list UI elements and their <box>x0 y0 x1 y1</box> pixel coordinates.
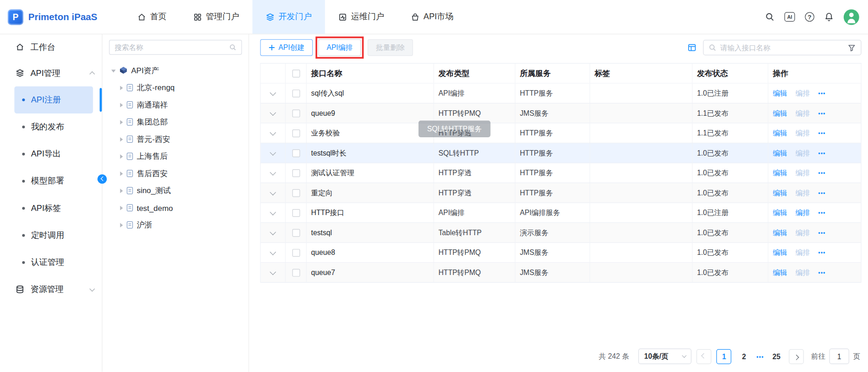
caret-right-icon[interactable] <box>120 154 123 159</box>
row-checkbox[interactable] <box>292 89 300 97</box>
caret-right-icon[interactable] <box>120 189 123 193</box>
row-expand-icon[interactable] <box>270 109 276 116</box>
sidebar-item-auth-management[interactable]: 认证管理 <box>14 249 93 276</box>
more-actions-icon[interactable]: ••• <box>818 230 825 236</box>
row-checkbox[interactable] <box>292 169 300 177</box>
row-checkbox[interactable] <box>292 149 300 157</box>
nav-tab-api-market[interactable]: API市场 <box>397 0 467 34</box>
user-avatar[interactable] <box>844 9 859 25</box>
goto-page-input[interactable] <box>829 349 849 364</box>
table-row[interactable]: sql传入sql API编排 HTTP服务 1.0已注册 编辑编排••• <box>261 84 861 104</box>
caret-right-icon[interactable] <box>120 223 123 227</box>
sidebar-item-workbench[interactable]: 工作台 <box>0 34 102 60</box>
page-number-2[interactable]: 2 <box>737 349 752 364</box>
nav-tab-home[interactable]: 首页 <box>124 0 180 34</box>
table-row[interactable]: testsql Table转HTTP 演示服务 1.0已发布 编辑编排••• <box>261 223 861 243</box>
tree-node[interactable]: 南通瑞祥 <box>109 96 242 113</box>
caret-right-icon[interactable] <box>120 120 123 124</box>
orchestrate-link[interactable]: 编排 <box>796 108 810 118</box>
edit-link[interactable]: 编辑 <box>773 188 787 198</box>
page-jump-ellipsis[interactable]: ••• <box>756 353 764 359</box>
more-actions-icon[interactable]: ••• <box>818 110 825 116</box>
tree-node[interactable]: test_demo <box>109 199 242 216</box>
caret-right-icon[interactable] <box>120 171 123 176</box>
row-checkbox[interactable] <box>292 209 300 216</box>
edit-link[interactable]: 编辑 <box>773 168 787 178</box>
table-row[interactable]: HTTP接口 API编排 API编排服务 1.0已注册 编辑编排••• <box>261 203 861 223</box>
filter-funnel-icon[interactable] <box>847 43 856 52</box>
more-actions-icon[interactable]: ••• <box>818 190 825 196</box>
edit-link[interactable]: 编辑 <box>773 128 787 138</box>
edit-link[interactable]: 编辑 <box>773 248 787 258</box>
tree-node[interactable]: 北京-rengq <box>109 79 242 96</box>
nav-tab-dev-portal[interactable]: 开发门户 <box>252 0 325 34</box>
ai-assistant-icon[interactable]: AI <box>784 12 795 22</box>
orchestrate-link[interactable]: 编排 <box>796 168 810 178</box>
search-icon[interactable] <box>709 44 716 52</box>
bell-icon[interactable] <box>824 12 834 22</box>
row-expand-icon[interactable] <box>270 209 276 215</box>
row-checkbox[interactable] <box>292 189 300 197</box>
sidebar-item-scheduled-call[interactable]: 定时调用 <box>14 222 93 249</box>
page-size-select[interactable]: 10条/页 <box>639 349 692 364</box>
tree-search-input[interactable] <box>114 43 226 51</box>
row-expand-icon[interactable] <box>270 248 276 255</box>
sidebar-item-api-register[interactable]: API注册 <box>14 86 93 113</box>
sidebar-collapse-button[interactable] <box>98 174 107 184</box>
nav-tab-ops-portal[interactable]: 运维门户 <box>325 0 397 34</box>
more-actions-icon[interactable]: ••• <box>818 170 825 176</box>
more-actions-icon[interactable]: ••• <box>818 270 825 275</box>
row-checkbox[interactable] <box>292 249 300 257</box>
orchestrate-link[interactable]: 编排 <box>796 208 810 218</box>
page-number-1[interactable]: 1 <box>716 349 732 364</box>
orchestrate-link[interactable]: 编排 <box>796 188 810 198</box>
brand[interactable]: P Primeton iPaaS <box>0 0 109 34</box>
batch-delete-button[interactable]: 批量删除 <box>368 39 413 56</box>
prev-page-button[interactable] <box>697 349 712 364</box>
help-icon[interactable]: ? <box>805 12 814 22</box>
edit-link[interactable]: 编辑 <box>773 108 787 118</box>
caret-right-icon[interactable] <box>120 137 123 141</box>
orchestrate-link[interactable]: 编排 <box>796 128 810 138</box>
orchestrate-link[interactable]: 编排 <box>796 268 810 278</box>
tree-root-api-assets[interactable]: API资产 <box>109 63 242 79</box>
more-actions-icon[interactable]: ••• <box>818 130 825 136</box>
table-row[interactable]: 测试认证管理 HTTP穿透 HTTP服务 1.0已发布 编辑编排••• <box>261 163 861 183</box>
tree-node[interactable]: 上海售后 <box>109 148 242 165</box>
row-checkbox[interactable] <box>292 109 300 117</box>
tree-node[interactable]: 售后西安 <box>109 165 242 182</box>
edit-link[interactable]: 编辑 <box>773 268 787 278</box>
caret-right-icon[interactable] <box>120 86 123 90</box>
row-expand-icon[interactable] <box>270 229 276 235</box>
row-expand-icon[interactable] <box>270 89 276 96</box>
orchestrate-link[interactable]: 编排 <box>796 248 810 258</box>
row-checkbox[interactable] <box>292 269 300 276</box>
table-row[interactable]: 业务校验 HTTP穿透 HTTP服务 1.1已发布 编辑编排••• <box>261 124 861 144</box>
select-all-checkbox[interactable] <box>292 70 300 77</box>
sidebar-item-model-deploy[interactable]: 模型部署 <box>14 167 93 194</box>
sidebar-item-api-export[interactable]: API导出 <box>14 140 93 167</box>
more-actions-icon[interactable]: ••• <box>818 249 825 255</box>
caret-right-icon[interactable] <box>120 205 123 210</box>
tree-node[interactable]: sino_测试 <box>109 182 242 199</box>
edit-link[interactable]: 编辑 <box>773 88 787 98</box>
table-row[interactable]: testsql时长 SQL转HTTP HTTP服务 1.0已发布 编辑编排••• <box>261 143 861 163</box>
sidebar-group-api-management[interactable]: API管理 <box>0 60 102 86</box>
caret-down-icon[interactable] <box>111 70 116 72</box>
search-icon[interactable] <box>765 12 775 22</box>
row-checkbox[interactable] <box>292 129 300 137</box>
more-actions-icon[interactable]: ••• <box>818 90 825 96</box>
nav-tab-admin-portal[interactable]: 管理门户 <box>180 0 252 34</box>
tree-node[interactable]: 沪浙 <box>109 216 242 233</box>
edit-link[interactable]: 编辑 <box>773 208 787 218</box>
api-orchestrate-button[interactable]: API编排 <box>318 39 361 56</box>
table-row[interactable]: queue8 HTTP转PMQ JMS服务 1.0已发布 编辑编排••• <box>261 243 861 263</box>
orchestrate-link[interactable]: 编排 <box>796 88 810 98</box>
row-expand-icon[interactable] <box>270 269 276 275</box>
next-page-button[interactable] <box>789 349 804 364</box>
row-checkbox[interactable] <box>292 229 300 237</box>
tree-node[interactable]: 集团总部 <box>109 113 242 130</box>
orchestrate-link[interactable]: 编排 <box>796 148 810 158</box>
table-row[interactable]: queue9 HTTP转PMQ JMS服务 1.1已发布 编辑编排••• <box>261 103 861 124</box>
search-icon[interactable] <box>229 44 237 51</box>
